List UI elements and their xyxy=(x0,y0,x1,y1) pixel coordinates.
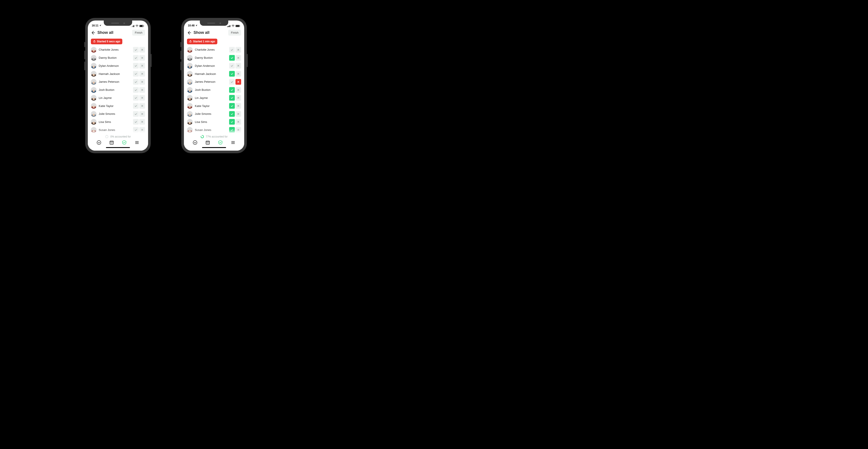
tab-calendar-icon[interactable] xyxy=(109,140,114,145)
cross-button[interactable] xyxy=(140,87,145,93)
avatar xyxy=(187,63,193,68)
cross-button[interactable] xyxy=(140,71,145,76)
mark-buttons xyxy=(133,103,145,109)
mark-buttons xyxy=(229,119,241,125)
check-button[interactable] xyxy=(229,119,235,125)
check-button[interactable] xyxy=(133,119,139,125)
check-button[interactable] xyxy=(229,63,235,68)
cross-button[interactable] xyxy=(236,55,241,61)
check-button[interactable] xyxy=(229,95,235,101)
tab-clockin-icon[interactable] xyxy=(97,140,101,145)
cross-button[interactable] xyxy=(140,103,145,109)
check-button[interactable] xyxy=(229,127,235,133)
footer: 0% accounted for xyxy=(88,133,148,151)
person-row: Katie Taylor xyxy=(187,103,241,109)
tab-shield-icon[interactable] xyxy=(218,140,223,145)
person-name: Hannah Jackson xyxy=(99,72,131,75)
avatar xyxy=(91,103,97,109)
check-button[interactable] xyxy=(133,71,139,76)
signal-icon xyxy=(131,25,134,27)
check-button[interactable] xyxy=(229,55,235,61)
tab-clockin-icon[interactable] xyxy=(193,140,197,145)
check-button[interactable] xyxy=(133,111,139,117)
tab-menu-icon[interactable] xyxy=(134,140,140,145)
check-button[interactable] xyxy=(229,79,235,85)
cross-button[interactable] xyxy=(236,111,241,117)
avatar xyxy=(91,111,97,117)
check-button[interactable] xyxy=(229,47,235,53)
home-indicator[interactable] xyxy=(202,147,226,148)
cross-button[interactable] xyxy=(236,87,241,93)
tab-shield-icon[interactable] xyxy=(122,140,127,145)
person-row: Susan Jones xyxy=(187,127,241,133)
cross-button[interactable] xyxy=(236,79,241,85)
svg-rect-0 xyxy=(131,26,132,27)
cross-button[interactable] xyxy=(236,127,241,133)
check-button[interactable] xyxy=(133,103,139,109)
home-indicator[interactable] xyxy=(106,147,130,148)
status-time: 10:48 xyxy=(188,24,195,27)
mark-buttons xyxy=(133,71,145,76)
check-button[interactable] xyxy=(133,87,139,93)
cross-button[interactable] xyxy=(140,63,145,68)
back-icon[interactable] xyxy=(187,31,191,35)
check-button[interactable] xyxy=(133,127,139,133)
person-name: Danny Buxton xyxy=(99,56,131,59)
cross-button[interactable] xyxy=(236,71,241,76)
svg-rect-24 xyxy=(228,26,229,27)
mark-buttons xyxy=(229,87,241,93)
tab-bar xyxy=(88,140,148,145)
check-button[interactable] xyxy=(133,47,139,53)
svg-rect-23 xyxy=(227,26,228,27)
check-button[interactable] xyxy=(133,79,139,85)
cross-button[interactable] xyxy=(140,119,145,125)
cross-button[interactable] xyxy=(140,111,145,117)
person-row: Lin Jayme xyxy=(91,95,145,101)
svg-point-15 xyxy=(112,142,112,143)
cross-button[interactable] xyxy=(236,95,241,101)
person-name: Josh Buxton xyxy=(195,88,227,92)
check-button[interactable] xyxy=(229,103,235,109)
tab-calendar-icon[interactable] xyxy=(205,140,210,145)
svg-rect-29 xyxy=(236,25,239,27)
cross-button[interactable] xyxy=(140,79,145,85)
finish-button[interactable]: Finish xyxy=(228,30,241,36)
person-name: James Peterson xyxy=(99,80,131,84)
page-title: Show all xyxy=(193,30,210,35)
location-arrow-icon xyxy=(195,25,197,27)
person-row: Susan Jones xyxy=(91,127,145,133)
svg-point-40 xyxy=(207,143,207,144)
cross-button[interactable] xyxy=(236,119,241,125)
cross-button[interactable] xyxy=(236,103,241,109)
avatar xyxy=(187,47,193,53)
cross-button[interactable] xyxy=(140,55,145,61)
tab-menu-icon[interactable] xyxy=(231,140,236,145)
person-name: Katie Taylor xyxy=(195,104,227,107)
cross-button[interactable] xyxy=(236,63,241,68)
person-name: Susan Jones xyxy=(195,128,227,132)
check-button[interactable] xyxy=(133,95,139,101)
people-list: Charlotte JonesDanny BuxtonDylan Anderso… xyxy=(184,46,244,133)
person-row: Julie Smores xyxy=(187,111,241,117)
wifi-icon xyxy=(231,25,235,27)
back-icon[interactable] xyxy=(91,31,95,35)
cross-button[interactable] xyxy=(140,47,145,53)
person-row: James Peterson xyxy=(91,78,145,85)
mark-buttons xyxy=(229,71,241,76)
avatar xyxy=(187,95,193,101)
cross-button[interactable] xyxy=(140,95,145,101)
cross-button[interactable] xyxy=(236,47,241,53)
person-name: Lisa Sims xyxy=(195,120,227,124)
phone-frame-right: 10:48 Show all Finish Started 1 min ago xyxy=(181,18,247,153)
avatar xyxy=(187,71,193,76)
check-button[interactable] xyxy=(229,87,235,93)
check-button[interactable] xyxy=(133,63,139,68)
wifi-icon xyxy=(135,25,138,27)
person-row: James Peterson xyxy=(187,78,241,85)
check-button[interactable] xyxy=(229,71,235,76)
check-button[interactable] xyxy=(133,55,139,61)
check-button[interactable] xyxy=(229,111,235,117)
notch xyxy=(200,21,228,26)
cross-button[interactable] xyxy=(140,127,145,133)
finish-button[interactable]: Finish xyxy=(132,30,145,36)
